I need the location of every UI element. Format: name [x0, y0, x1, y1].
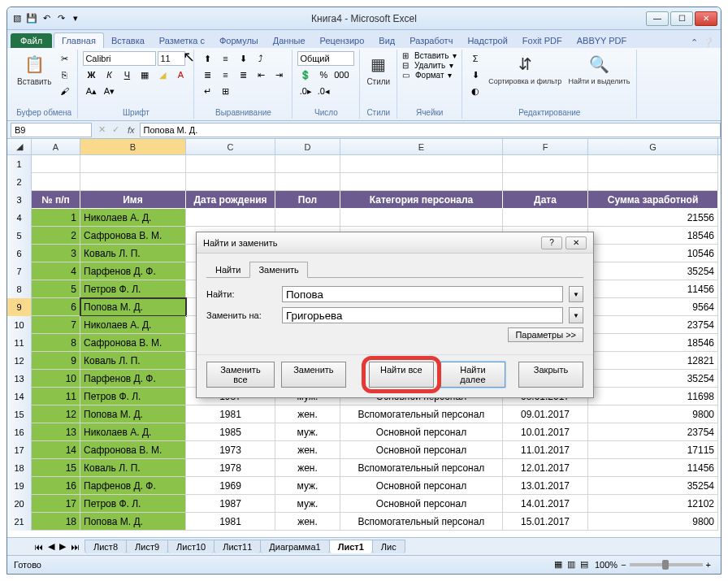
cell[interactable]	[186, 155, 275, 173]
sheet-nav-next-icon[interactable]: ▶	[57, 541, 68, 552]
sheet-tab[interactable]: Лист9	[126, 540, 168, 553]
cell[interactable]	[503, 209, 588, 227]
cell[interactable]: 10.01.2017	[503, 423, 588, 441]
cancel-formula-icon[interactable]: ✕	[95, 124, 109, 135]
currency-icon[interactable]: 💲	[297, 67, 314, 82]
cell[interactable]: 1985	[186, 423, 275, 441]
sheet-tab[interactable]: Лист11	[214, 540, 261, 553]
inc-decimal-icon[interactable]: .0▸	[297, 84, 314, 98]
tab-formulas[interactable]: Формулы	[212, 33, 266, 48]
fill-color-button[interactable]: ◢	[154, 67, 171, 82]
table-header[interactable]: Категория персонала	[340, 191, 503, 209]
cell[interactable]	[80, 173, 186, 191]
table-header[interactable]: Дата рождения	[186, 191, 275, 209]
redo-icon[interactable]: ↷	[54, 12, 67, 25]
cells-insert-button[interactable]: ⊞ Вставить ▾	[402, 51, 457, 60]
view-break-icon[interactable]: ▤	[578, 559, 595, 570]
cell[interactable]: 35254	[588, 370, 718, 388]
cell[interactable]	[186, 173, 275, 191]
table-header[interactable]: Сумма заработной	[588, 191, 718, 209]
tab-file[interactable]: Файл	[11, 33, 52, 48]
cell[interactable]	[503, 155, 588, 173]
cell[interactable]: Основной персонал	[340, 423, 503, 441]
col-header[interactable]: B	[80, 139, 186, 154]
view-layout-icon[interactable]: ▥	[565, 559, 578, 570]
cell[interactable]: 12821	[588, 352, 718, 370]
cell[interactable]: 12.01.2017	[503, 459, 588, 477]
align-top-icon[interactable]: ⬆	[199, 51, 215, 66]
sheet-nav-first-icon[interactable]: ⏮	[32, 542, 46, 552]
cell[interactable]: Сафронова В. М.	[80, 441, 186, 459]
cell[interactable]: Парфенов Д. Ф.	[80, 477, 186, 495]
select-all-corner[interactable]: ◢	[7, 139, 32, 154]
cell[interactable]: 6	[32, 298, 80, 316]
cell[interactable]: 18546	[588, 334, 718, 352]
cell[interactable]	[588, 155, 718, 173]
tab-abbyy[interactable]: ABBYY PDF	[570, 33, 635, 48]
sheet-tab[interactable]: Лист10	[167, 540, 214, 553]
sheet-tab[interactable]: Лист8	[84, 540, 127, 553]
replace-button[interactable]: Заменить	[281, 362, 346, 388]
autosum-icon[interactable]: Σ	[467, 51, 483, 66]
cell[interactable]: Попова М. Д.	[80, 513, 186, 531]
replace-all-button[interactable]: Заменить все	[206, 362, 275, 388]
table-header[interactable]: Пол	[275, 191, 340, 209]
zoom-slider[interactable]	[630, 563, 703, 566]
save-icon[interactable]: 💾	[25, 12, 38, 25]
cell[interactable]: 9800	[588, 513, 718, 531]
cell[interactable]	[275, 173, 340, 191]
indent-inc-icon[interactable]: ⇥	[271, 67, 287, 82]
cell[interactable]: Вспомогательный персонал	[340, 513, 503, 531]
row-header[interactable]: 2	[7, 173, 32, 191]
row-header[interactable]: 5	[7, 227, 32, 245]
cell[interactable]: 15.01.2017	[503, 513, 588, 531]
cell[interactable]: Коваль Л. П.	[80, 245, 186, 262]
replace-dropdown-icon[interactable]: ▼	[569, 307, 583, 323]
shrink-font-icon[interactable]: A▾	[101, 84, 117, 98]
tab-home[interactable]: Главная	[54, 33, 104, 48]
cell[interactable]	[588, 173, 718, 191]
cell[interactable]: 15	[32, 459, 80, 477]
replace-input[interactable]	[282, 307, 563, 323]
cell[interactable]: 35254	[588, 262, 718, 280]
find-next-button[interactable]: Найти далее	[440, 362, 505, 388]
percent-icon[interactable]: %	[315, 67, 332, 82]
font-size-select[interactable]	[158, 51, 185, 66]
cell[interactable]: 9	[32, 352, 80, 370]
font-name-select[interactable]	[83, 51, 156, 66]
col-header[interactable]: E	[340, 139, 503, 154]
dialog-help-button[interactable]: ?	[541, 236, 562, 249]
cell[interactable]: Николаев А. Д.	[80, 316, 186, 334]
fx-icon[interactable]: fx	[123, 125, 140, 135]
cell[interactable]	[32, 173, 80, 191]
dialog-close-button[interactable]: ✕	[566, 236, 587, 249]
cell[interactable]: 17	[32, 495, 80, 513]
align-right-icon[interactable]: ≣	[235, 67, 251, 82]
cell[interactable]: 1987	[186, 495, 275, 513]
cell[interactable]: 8	[32, 334, 80, 352]
clear-icon[interactable]: ◐	[467, 84, 483, 98]
cell[interactable]: Петров Ф. Л.	[80, 388, 186, 405]
row-header[interactable]: 7	[7, 262, 32, 280]
row-header[interactable]: 17	[7, 441, 32, 459]
cell[interactable]: 18	[32, 513, 80, 531]
cell[interactable]: жен.	[275, 459, 340, 477]
cell[interactable]: жен.	[275, 513, 340, 531]
tab-find[interactable]: Найти	[206, 262, 249, 278]
col-header[interactable]: D	[275, 139, 340, 154]
cell[interactable]: 12102	[588, 495, 718, 513]
cell[interactable]: 18546	[588, 227, 718, 245]
table-header[interactable]: Дата	[503, 191, 588, 209]
zoom-value[interactable]: 100%	[595, 560, 618, 570]
row-header[interactable]: 9	[7, 298, 32, 316]
cell[interactable]	[340, 155, 503, 173]
enter-formula-icon[interactable]: ✓	[109, 124, 123, 135]
row-header[interactable]: 19	[7, 477, 32, 495]
close-dialog-button[interactable]: Закрыть	[518, 362, 583, 388]
styles-button[interactable]: ▦ Стили	[365, 51, 392, 88]
cell[interactable]	[275, 209, 340, 227]
tab-view[interactable]: Вид	[371, 33, 402, 48]
cell[interactable]: 1978	[186, 459, 275, 477]
cell[interactable]: Основной персонал	[340, 477, 503, 495]
help-icon[interactable]: ❔	[703, 37, 714, 48]
